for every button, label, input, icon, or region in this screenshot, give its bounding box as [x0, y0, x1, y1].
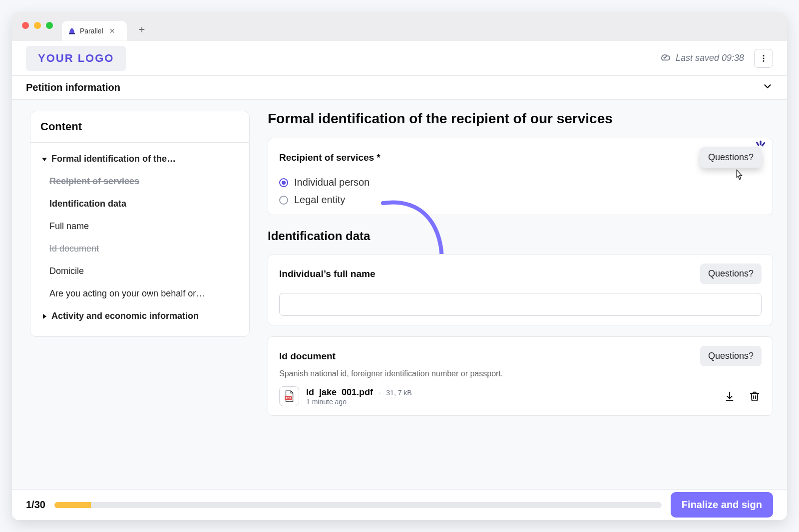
close-tab-icon[interactable]: ✕	[107, 26, 117, 36]
pdf-file-icon: PDF	[279, 386, 299, 406]
maximize-window-button[interactable]	[46, 22, 53, 29]
svg-point-3	[763, 60, 765, 61]
uploaded-file-row: PDF id_jake_001.pdf - 31, 7 kB 1 minute …	[279, 386, 762, 406]
svg-rect-0	[69, 33, 75, 34]
separator: -	[379, 388, 381, 397]
questions-button[interactable]: Questions?	[700, 346, 762, 366]
toc-item-label: Domicile	[49, 266, 84, 276]
recipient-options: Individual person Legal entity	[279, 177, 762, 206]
svg-point-2	[763, 57, 765, 59]
cursor-pointer-icon	[732, 167, 747, 184]
progress-fill	[54, 502, 91, 508]
file-name: id_jake_001.pdf	[306, 387, 373, 397]
toc-list: Formal identification of the… Recipient …	[30, 143, 249, 336]
svg-text:PDF: PDF	[286, 397, 292, 400]
page-count: 1/30	[26, 499, 45, 511]
questions-button[interactable]: Questions?	[700, 147, 762, 168]
full-name-input[interactable]	[279, 293, 762, 316]
app-header: YOUR LOGO Last saved 09:38	[12, 41, 787, 76]
card-label: Recipient of services *	[279, 152, 381, 163]
toc-item-label: Are you acting on your own behalf or…	[49, 288, 205, 299]
caret-down-icon	[41, 156, 47, 162]
window-controls	[22, 22, 53, 29]
browser-tab-title: Parallel	[80, 27, 103, 35]
toc-item-label: Identification data	[49, 199, 126, 209]
toc-item-recipient[interactable]: Recipient of services	[34, 170, 245, 193]
app-body: Content Formal identification of the… Re…	[12, 100, 787, 489]
main-panel: Formal identification of the recipient o…	[268, 111, 773, 489]
petition-info-bar[interactable]: Petition information	[12, 76, 787, 100]
toc-section-formal-identification[interactable]: Formal identification of the…	[34, 148, 245, 170]
option-label: Legal entity	[294, 194, 345, 206]
option-label: Individual person	[294, 177, 370, 188]
toc-item-label: Full name	[49, 221, 89, 232]
last-saved-text: Last saved 09:38	[676, 53, 744, 63]
card-recipient-of-services: Recipient of services * Questions?	[268, 138, 773, 215]
app-footer: 1/30 Finalize and sign	[12, 489, 787, 520]
toc-item-id-document[interactable]: Id document	[34, 238, 245, 260]
radio-checked-icon	[279, 178, 288, 187]
chevron-down-icon	[762, 81, 773, 94]
card-label: Individual’s full name	[279, 268, 376, 279]
browser-tab-active[interactable]: Parallel ✕	[62, 21, 127, 41]
toc-item-behalf[interactable]: Are you acting on your own behalf or…	[34, 282, 245, 305]
app-window: Parallel ✕ ＋ YOUR LOGO Last saved 09:38	[12, 12, 787, 520]
content-toc: Content Formal identification of the… Re…	[30, 111, 250, 337]
toc-title: Content	[30, 111, 249, 143]
file-size: 31, 7 kB	[386, 389, 411, 397]
card-label: Id document	[279, 351, 336, 362]
logo: YOUR LOGO	[26, 46, 126, 71]
card-full-name: Individual’s full name Questions?	[268, 254, 773, 325]
questions-button[interactable]: Questions?	[700, 264, 762, 284]
finalize-and-sign-button[interactable]: Finalize and sign	[671, 492, 773, 518]
toc-item-identification-data[interactable]: Identification data	[34, 193, 245, 215]
header-right: Last saved 09:38	[660, 49, 773, 68]
minimize-window-button[interactable]	[34, 22, 41, 29]
option-individual-person[interactable]: Individual person	[279, 177, 762, 188]
toc-section-activity[interactable]: Activity and economic information	[34, 305, 245, 327]
card-id-document: Id document Questions? Spanish national …	[268, 336, 773, 416]
more-menu-button[interactable]	[754, 49, 773, 68]
option-legal-entity[interactable]: Legal entity	[279, 194, 762, 206]
page-title: Formal identification of the recipient o…	[268, 111, 773, 127]
delete-file-button[interactable]	[748, 389, 762, 403]
toc-item-label: Id document	[49, 244, 99, 254]
cloud-icon	[660, 51, 671, 65]
caret-right-icon	[41, 313, 47, 319]
card-description: Spanish national id, foreigner identific…	[279, 369, 762, 378]
toc-item-domicile[interactable]: Domicile	[34, 260, 245, 282]
download-file-button[interactable]	[723, 389, 737, 403]
petition-info-title: Petition information	[26, 82, 120, 93]
toc-item-label: Formal identification of the…	[51, 154, 176, 164]
svg-line-6	[762, 143, 764, 145]
progress-bar	[54, 502, 662, 508]
sparkle-icon	[754, 140, 767, 155]
file-uploaded-time: 1 minute ago	[306, 398, 412, 406]
parallel-favicon-icon	[68, 27, 76, 35]
section-identification-data: Identification data	[268, 229, 773, 243]
radio-unchecked-icon	[279, 196, 288, 205]
svg-point-1	[763, 55, 765, 56]
last-saved: Last saved 09:38	[660, 51, 744, 65]
browser-chrome: Parallel ✕ ＋	[12, 12, 787, 41]
close-window-button[interactable]	[22, 22, 29, 29]
toc-item-full-name[interactable]: Full name	[34, 215, 245, 238]
browser-tabs: Parallel ✕ ＋	[62, 12, 150, 41]
toc-item-label: Recipient of services	[49, 176, 139, 187]
toc-item-label: Activity and economic information	[51, 311, 199, 321]
new-tab-button[interactable]: ＋	[134, 21, 150, 37]
svg-line-4	[757, 142, 759, 145]
